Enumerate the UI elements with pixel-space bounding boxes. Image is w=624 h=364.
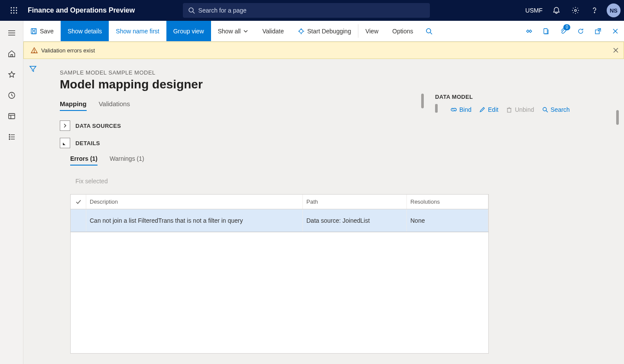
svg-point-20 [9,134,10,135]
app-title: Finance and Operations Preview [28,6,135,14]
cell-resolutions: None [407,209,488,231]
subtab-warnings[interactable]: Warnings (1) [110,155,144,166]
svg-line-34 [430,32,432,34]
save-label: Save [40,28,54,35]
recent-icon[interactable] [3,87,20,104]
svg-point-6 [11,13,12,14]
warning-icon [31,47,38,54]
svg-point-24 [9,139,10,140]
workspaces-icon[interactable] [3,107,20,125]
svg-rect-35 [544,29,547,34]
svg-point-3 [11,10,12,11]
nav-expand-icon[interactable] [3,24,20,42]
data-sources-label: DATA SOURCES [75,123,121,129]
attachments-icon[interactable]: 0 [555,21,572,41]
tab-mapping[interactable]: Mapping [60,100,87,111]
svg-rect-43 [507,108,511,112]
table-row[interactable]: Can not join a list FilteredTrans that i… [71,209,488,232]
avatar[interactable]: NS [607,3,621,17]
page-title: Model mapping designer [60,78,624,91]
svg-line-10 [193,12,195,13]
svg-rect-27 [32,32,35,34]
cell-description: Can not join a list FilteredTrans that i… [86,209,303,231]
details-subtabs: Errors (1) Warnings (1) [70,155,624,166]
svg-point-40 [34,52,34,52]
content-area: SAMPLE MODEL SAMPLE MODEL Model mapping … [23,59,624,364]
banner-close-icon[interactable] [613,48,618,53]
svg-point-0 [11,7,12,9]
data-sources-toggle[interactable] [60,120,70,131]
svg-point-12 [594,12,595,13]
svg-point-22 [9,136,10,137]
attachments-count: 0 [563,24,570,30]
close-icon[interactable] [607,21,624,41]
tab-validations[interactable]: Validations [99,100,130,111]
data-model-title: DATA MODEL [435,94,615,100]
column-description[interactable]: Description [86,195,303,209]
svg-point-11 [575,10,576,11]
search-icon [542,107,548,113]
column-select-all[interactable] [71,195,86,209]
banner-text: Validation errors exist [41,47,95,54]
details-toggle[interactable] [60,138,70,148]
column-path[interactable]: Path [303,195,407,209]
splitter-handle-left[interactable] [421,94,424,108]
personalize-icon[interactable] [520,21,537,41]
refresh-icon[interactable] [572,21,589,41]
svg-point-9 [189,8,193,12]
page-options-icon[interactable] [537,21,555,41]
show-all-dropdown[interactable]: Show all [211,21,256,41]
global-search[interactable] [183,3,430,18]
bind-icon [451,107,457,113]
checkmark-icon [75,199,81,205]
svg-point-2 [16,7,17,9]
show-details-button[interactable]: Show details [61,21,109,41]
validate-button[interactable]: Validate [255,21,291,41]
gear-icon[interactable] [567,2,584,19]
action-ribbon: Save Show details Show name first Group … [23,21,624,42]
help-icon[interactable] [586,2,603,19]
options-menu[interactable]: Options [385,21,420,41]
filter-icon[interactable] [29,65,37,364]
drag-handle-icon[interactable] [435,104,438,113]
collapse-icon [62,140,68,146]
home-icon[interactable] [3,45,20,62]
splitter-handle-right[interactable] [616,110,619,125]
bind-button[interactable]: Bind [451,106,471,113]
modules-icon[interactable] [3,128,20,146]
column-resolutions[interactable]: Resolutions [407,195,488,209]
unbind-button: Unbind [506,106,534,113]
edit-icon [479,107,485,113]
app-launcher-icon[interactable] [3,7,24,14]
notifications-icon[interactable] [548,2,565,19]
group-view-button[interactable]: Group view [166,21,211,41]
svg-rect-17 [9,114,15,119]
data-model-panel: DATA MODEL Bind Edit Unbind Search [435,94,615,113]
save-button[interactable]: Save [23,21,61,41]
left-nav-rail [0,21,23,364]
search-button[interactable]: Search [542,106,570,113]
svg-point-46 [543,107,546,111]
subtab-errors[interactable]: Errors (1) [70,155,98,166]
search-icon [188,7,195,14]
company-label[interactable]: USMF [525,7,543,14]
global-search-input[interactable] [198,7,425,14]
svg-point-28 [299,29,303,33]
view-menu[interactable]: View [358,21,385,41]
filter-rail [23,59,42,364]
page-body: SAMPLE MODEL SAMPLE MODEL Model mapping … [42,59,624,364]
fix-selected-link: Fix selected [75,178,624,185]
table-empty-space [70,232,489,354]
details-label: DETAILS [75,140,100,146]
top-navbar: Finance and Operations Preview USMF NS [0,0,624,21]
edit-button[interactable]: Edit [479,106,498,113]
start-debugging-button[interactable]: Start Debugging [291,21,358,41]
svg-point-7 [13,13,15,14]
row-select[interactable] [71,209,86,231]
cell-path: Data source: JoinedList [303,209,407,231]
popout-icon[interactable] [589,21,607,41]
show-name-first-button[interactable]: Show name first [109,21,166,41]
find-icon[interactable] [420,21,438,41]
favorites-icon[interactable] [3,66,20,83]
unbind-icon [506,107,512,113]
